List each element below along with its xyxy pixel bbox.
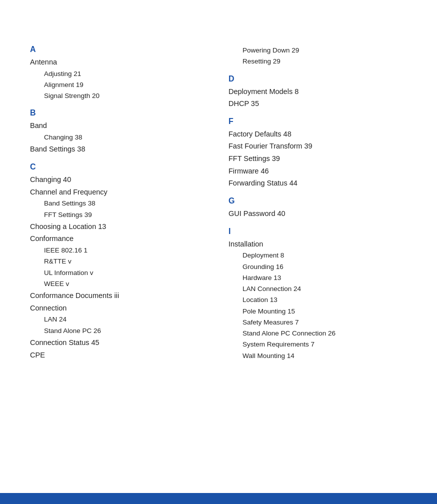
sub-entry: Resetting 29 [228, 56, 407, 67]
sub-entry: Alignment 19 [30, 80, 208, 90]
sub-entry: Pole Mounting 15 [228, 306, 407, 317]
sub-entry: Adjusting 21 [30, 68, 208, 80]
sub-entry: Location 13 [228, 294, 407, 306]
letter-heading-i: I [228, 227, 407, 236]
letter-heading-a: A [30, 45, 208, 54]
sub-entry: LAN 24 [30, 314, 208, 325]
letter-heading-g: G [228, 196, 407, 206]
main-entry: Conformance Documents iii [30, 290, 208, 302]
sub-entry: Changing 38 [30, 132, 208, 143]
main-entry: Changing 40 [30, 174, 208, 186]
right-column: Powering Down 29Resetting 29DDeployment … [228, 45, 407, 362]
main-entry: Installation [228, 238, 407, 250]
index-columns: AAntennaAdjusting 21Alignment 19Signal S… [30, 45, 407, 362]
main-entry: Band Settings 38 [30, 143, 208, 156]
main-entry: Antenna [30, 56, 208, 68]
sub-entry: Band Settings 38 [30, 198, 208, 209]
bottom-bar [0, 493, 437, 504]
sub-entry: UL Information v [30, 268, 208, 278]
letter-heading-b: B [30, 108, 208, 118]
sub-entry: R&TTE v [30, 256, 208, 267]
letter-heading-f: F [228, 117, 407, 126]
main-entry: DHCP 35 [228, 98, 407, 110]
sub-entry: Hardware 13 [228, 272, 407, 284]
sub-entry: FFT Settings 39 [30, 210, 208, 220]
sub-entry: Signal Strength 20 [30, 90, 208, 102]
sub-entry: System Requirements 7 [228, 339, 407, 350]
left-column: AAntennaAdjusting 21Alignment 19Signal S… [30, 45, 208, 362]
main-entry: Firmware 46 [228, 165, 407, 178]
main-entry: CPE [30, 349, 208, 362]
sub-entry: Powering Down 29 [228, 45, 407, 56]
main-entry: GUI Password 40 [228, 208, 407, 220]
main-entry: Fast Fourier Transform 39 [228, 140, 407, 152]
sub-entry: Grounding 16 [228, 262, 407, 272]
sub-entry: Wall Mounting 14 [228, 350, 407, 362]
main-entry: Conformance [30, 232, 208, 245]
letter-heading-c: C [30, 162, 208, 172]
main-entry: Choosing a Location 13 [30, 220, 208, 233]
main-entry: Band [30, 120, 208, 132]
main-entry: Factory Defaults 48 [228, 128, 407, 140]
main-entry: Forwarding Status 44 [228, 177, 407, 190]
page-container: AAntennaAdjusting 21Alignment 19Signal S… [0, 0, 437, 480]
sub-entry: Stand Alone PC 26 [30, 326, 208, 336]
sub-entry: Stand Alone PC Connection 26 [228, 328, 407, 339]
main-entry: Connection [30, 302, 208, 314]
sub-entry: WEEE v [30, 278, 208, 290]
main-entry: Connection Status 45 [30, 336, 208, 349]
sub-entry: LAN Connection 24 [228, 284, 407, 294]
sub-entry: Deployment 8 [228, 250, 407, 261]
sub-entry: IEEE 802.16 1 [30, 245, 208, 256]
letter-heading-d: D [228, 74, 407, 84]
sub-entry: Safety Measures 7 [228, 317, 407, 328]
main-entry: Deployment Models 8 [228, 86, 407, 98]
main-entry: Channel and Frequency [30, 186, 208, 198]
main-entry: FFT Settings 39 [228, 152, 407, 165]
